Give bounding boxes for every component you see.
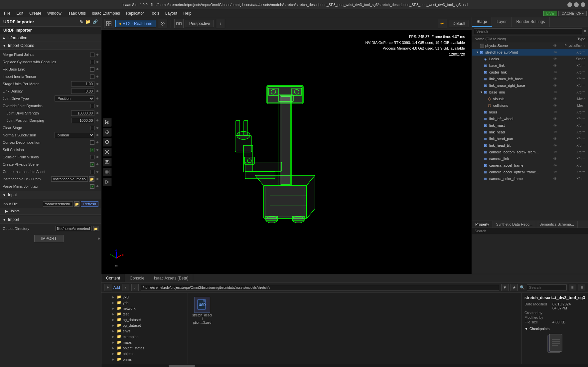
stage-item-link-head[interactable]: ⊞ link_head 👁 Xform [472,129,588,135]
stage-search-input[interactable] [474,28,582,34]
import-btn[interactable]: IMPORT [34,235,64,242]
back-btn[interactable]: ‹ [122,284,129,291]
tree-item-test[interactable]: ▶ 📁 test [101,311,188,317]
instanceable-usd-path-input[interactable] [51,176,88,182]
stage-item-laser[interactable]: ⊞ laser 👁 Xform [472,109,588,115]
camera-bottom-screw-eye[interactable]: 👁 [553,150,559,154]
camera-accel-frame-eye[interactable]: 👁 [553,163,559,167]
tree-item-envs[interactable]: ▶ 📁 envs [101,328,188,334]
stage-item-camera-link[interactable]: ⊞ camera_link 👁 Xform [472,155,588,162]
create-instanceable-asset-checkbox[interactable] [90,170,94,174]
instanceable-usd-path-folder-btn[interactable]: 📁 [89,176,94,182]
input-file-input[interactable] [43,201,73,207]
section-joints[interactable]: ▶ Joints [0,208,101,215]
menu-help[interactable]: Help [181,10,194,16]
stage-tab-stage[interactable]: Stage [472,17,492,27]
stage-item-link-aruco-left[interactable]: ⊞ link_aruco_left_base 👁 Xform [472,76,588,82]
laser-eye[interactable]: 👁 [553,110,559,114]
menu-window[interactable]: Window [45,10,64,16]
link-head-eye[interactable]: 👁 [553,130,559,134]
menu-layout[interactable]: Layout [163,10,180,16]
maximize-btn[interactable] [574,2,579,7]
camera-color-frame-eye[interactable]: 👁 [553,177,559,181]
merge-fixed-joints-checkbox[interactable] [90,53,94,57]
forward-btn[interactable]: › [131,284,139,291]
stage-tab-layer[interactable]: Layer [492,17,512,27]
link-head-pan-eye[interactable]: 👁 [553,137,559,141]
link-mast-eye[interactable]: 👁 [553,123,559,127]
audio-btn[interactable]: ♪ [216,19,225,28]
link-aruco-right-eye[interactable]: 👁 [553,84,559,88]
stage-item-camera-accel-optical[interactable]: ⊞ camera_accel_optical_frame... 👁 Xform [472,169,588,175]
physicsscene-eye[interactable]: 👁 [553,44,559,48]
stage-item-camera-bottom-screw[interactable]: ⊞ camera_bottom_screw_fram... 👁 Xform [472,149,588,155]
stage-filter-icon[interactable]: ≡ [584,29,586,34]
grid-view-btn[interactable]: ⊞ [578,284,585,291]
tree-item-og-dataset-1[interactable]: ▶ 📁 og_dataset [101,317,188,322]
tree-item-objects[interactable]: ▶ 📁 objects [101,351,188,356]
clear-stage-checkbox[interactable] [90,126,94,130]
stage-item-physicsscene[interactable]: ⬛ physicsScene 👁 PhysicsScene [472,42,588,49]
tree-item-object-states[interactable]: ▶ 📁 object_states [101,345,188,351]
joint-drive-strength-input[interactable] [71,110,94,116]
file-item-usd[interactable]: USD stretch_description...3.usd [191,295,214,326]
joint-position-damping-input[interactable] [71,118,94,123]
base-imu-eye[interactable]: 👁 [553,90,559,94]
base-link-eye[interactable]: 👁 [553,64,559,68]
refresh-btn[interactable]: Refresh [81,201,98,207]
menu-replicator[interactable]: Replicator [123,10,147,16]
path-input[interactable] [141,285,499,290]
tree-item-ycb[interactable]: ▶ 📁 ycb [101,300,188,305]
rtx-realtime-btn[interactable]: ● RTX - Real-Time [115,20,156,27]
stage-item-collisions[interactable]: ⬡ collisions 👁 Mesh [472,102,588,109]
stage-item-base-link[interactable]: ⊞ base_link 👁 Xform [472,62,588,69]
convex-decomposition-checkbox[interactable] [90,140,94,145]
stage-item-base-imu[interactable]: ▼ ⊞ base_imu 👁 Xform [472,89,588,95]
stage-item-link-mast[interactable]: ⊞ link_mast 👁 Xform [472,122,588,129]
output-directory-input[interactable] [55,226,92,231]
scrollbar-thumb[interactable] [169,365,195,367]
section-input[interactable]: ▼ Input [0,191,101,199]
perspective-btn[interactable]: Perspective [186,20,214,27]
section-import[interactable]: ▼ Import [0,216,101,224]
sun-icon-btn[interactable]: ☀ [438,19,447,28]
stage-item-camera-color-frame[interactable]: ⊞ camera_color_frame 👁 Xform [472,175,588,182]
self-collision-checkbox[interactable]: ✓ [90,148,94,152]
import-inertia-checkbox[interactable] [90,75,94,79]
looks-eye[interactable]: 👁 [553,57,559,61]
parse-mimic-joint-tag-checkbox[interactable]: ✓ [90,184,94,189]
close-btn[interactable] [581,2,585,7]
prop-tab-synthetic[interactable]: Synthetic Data Reco... [493,221,536,228]
camera-link-eye[interactable]: 👁 [553,157,559,161]
joint-drive-type-select[interactable]: Position [55,95,94,101]
bottom-tab-console[interactable]: Console [125,274,149,282]
panel-icon-edit[interactable]: ✎ [79,19,83,24]
tree-item-network[interactable]: ▶ 📁 network [101,305,188,311]
collision-from-visuals-checkbox[interactable] [90,155,94,159]
prop-tab-semantics[interactable]: Semantics Schema... [536,221,578,228]
output-directory-folder-btn[interactable]: 📁 [93,226,98,231]
stage-item-visuals[interactable]: ⬡ visuals 👁 Mesh [472,95,588,102]
add-content-btn[interactable]: + [104,284,111,291]
minimize-btn[interactable] [567,2,572,7]
caster-link-eye[interactable]: 👁 [553,70,559,74]
filter-btn[interactable]: ≡ [569,284,576,291]
prop-search-input[interactable] [472,228,588,234]
camera-accel-optical-eye[interactable]: 👁 [553,170,559,174]
override-joint-dynamics-checkbox[interactable] [90,104,94,108]
tree-item-maps[interactable]: ▶ 📁 maps [101,339,188,345]
tree-item-vx3l[interactable]: ▶ 📁 vx3l [101,294,188,300]
link-left-wheel-eye[interactable]: 👁 [553,117,559,121]
stretch-eye[interactable]: 👁 [553,50,559,54]
bottom-tab-isaac-assets[interactable]: Isaac Assets (Beta) [149,274,193,282]
menu-create[interactable]: Create [27,10,44,16]
tree-item-examples[interactable]: ▶ 📁 examples [101,334,188,339]
stage-item-link-head-tilt[interactable]: ⊞ link_head_tilt 👁 Xform [472,142,588,149]
menu-isaacutils[interactable]: Isaac Utils [65,10,88,16]
section-import-options[interactable]: ▼ Import Options [0,42,101,50]
menu-tools[interactable]: Tools [147,10,162,16]
replace-cylinders-checkbox[interactable] [90,60,94,64]
bookmark-btn[interactable]: ★ [511,284,518,291]
prop-tab-property[interactable]: Property [472,221,493,228]
panel-icon-folder[interactable]: 📁 [85,19,90,24]
